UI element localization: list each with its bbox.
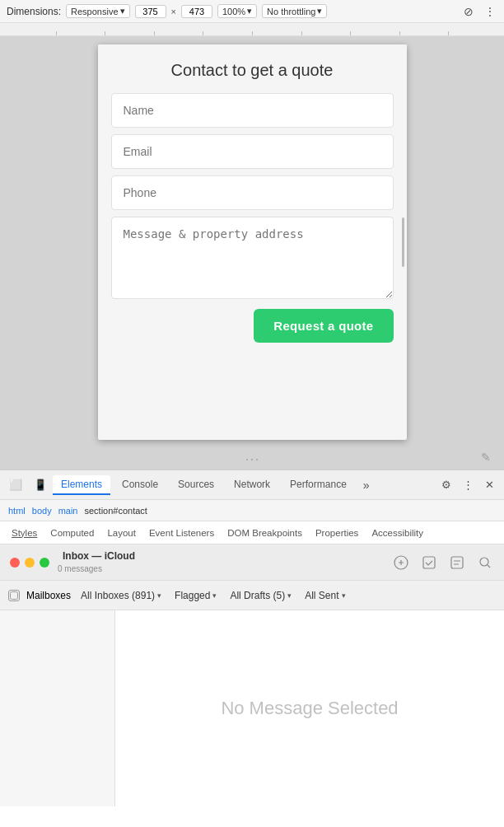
mail-move-icon[interactable] [448,554,466,572]
devtools-close-icon[interactable]: ✕ [481,477,497,493]
all-drafts-filter[interactable]: All Drafts (5) ▾ [226,588,295,603]
sub-tab-accessibility[interactable]: Accessibility [366,526,428,540]
traffic-lights [10,558,49,568]
svg-point-3 [480,558,488,566]
more-tabs-button[interactable]: » [358,475,375,495]
flagged-filter[interactable]: Flagged ▾ [171,588,220,603]
mailboxes-label: Mailboxes [26,590,71,601]
devtools-panel: ⬜ 📱 Elements Console Sources Network Per… [0,470,504,827]
breadcrumb-html[interactable]: html [7,506,27,516]
zoom-select[interactable]: 100% ▾ [217,4,257,18]
sub-tab-event-listeners[interactable]: Event Listeners [144,526,219,540]
svg-rect-2 [451,557,463,568]
breadcrumb-section[interactable]: section#contact [82,506,148,516]
ruler [0,23,504,36]
tab-console[interactable]: Console [114,475,166,495]
minimize-traffic-light[interactable] [25,558,35,568]
no-message-label: No Message Selected [221,698,398,719]
responsive-select[interactable]: Responsive ▾ [66,4,129,18]
form-title: Contact to get a quote [111,61,394,80]
device-toggle-icon[interactable]: 📱 [31,476,49,494]
mail-sidebar [0,610,115,806]
dimensions-label: Dimensions: [7,6,61,17]
breadcrumb-main[interactable]: main [57,506,80,516]
devtools-toolbar: Dimensions: Responsive ▾ × 100% ▾ No thr… [0,0,504,23]
mail-check-icon[interactable] [420,554,438,572]
tab-elements[interactable]: Elements [53,475,110,495]
sub-tab-properties[interactable]: Properties [310,526,363,540]
devtools-kebab-icon[interactable]: ⋮ [460,477,476,493]
sub-tabs-bar: Styles Computed Layout Event Listeners D… [0,521,504,544]
breadcrumb-body[interactable]: body [30,506,54,516]
sub-tab-layout[interactable]: Layout [102,526,141,540]
message-field[interactable] [111,217,394,299]
mail-filter-bar: Mailboxes All Inboxes (891) ▾ Flagged ▾ … [0,581,504,610]
tab-sources[interactable]: Sources [170,475,222,495]
throttle-select[interactable]: No throttling ▾ [262,4,327,18]
mail-toolbar: Inbox — iCloud 0 messages [0,544,504,581]
sub-tab-styles[interactable]: Styles [7,526,42,540]
tab-network[interactable]: Network [226,475,278,495]
sub-tab-computed[interactable]: Computed [45,526,99,540]
tab-performance[interactable]: Performance [282,475,355,495]
contact-form: Contact to get a quote Request a quote [98,44,407,359]
phone-field[interactable] [111,175,394,210]
mailboxes-checkbox[interactable] [8,590,20,601]
mail-content: No Message Selected [0,610,504,806]
svg-rect-1 [423,557,435,568]
email-field[interactable] [111,134,394,169]
inspect-element-icon[interactable]: ⬜ [7,476,25,494]
mail-app-subtitle: 0 messages [58,563,135,574]
sub-tab-dom-breakpoints[interactable]: DOM Breakpoints [222,526,307,540]
preview-frame: Contact to get a quote Request a quote [98,44,407,440]
mail-compose-icon[interactable] [392,554,410,572]
mail-action-icons [392,554,494,572]
all-inboxes-filter[interactable]: All Inboxes (891) ▾ [77,588,165,603]
scrollbar [402,217,404,267]
preview-area: Contact to get a quote Request a quote [0,36,504,448]
close-traffic-light[interactable] [10,558,20,568]
svg-rect-4 [11,591,18,599]
resize-handle[interactable]: ⋯ ✎ [0,448,504,470]
mail-search-icon[interactable] [476,554,494,572]
x-separator: × [171,7,176,16]
more-options-icon[interactable]: ⋮ [483,4,497,19]
fullscreen-traffic-light[interactable] [40,558,49,568]
mail-main: No Message Selected [115,610,504,806]
mail-app-title: Inbox — iCloud [63,550,135,563]
width-input[interactable] [135,5,166,18]
devtools-settings-group: ⚙ ⋮ ✕ [438,477,497,493]
rotate-icon[interactable]: ⊘ [461,4,476,19]
devtools-settings-icon[interactable]: ⚙ [438,477,455,493]
name-field[interactable] [111,93,394,128]
devtools-tab-bar: ⬜ 📱 Elements Console Sources Network Per… [0,470,504,500]
mail-app: Inbox — iCloud 0 messages [0,544,504,806]
breadcrumb-bar: html body main section#contact [0,500,504,521]
pencil-icon[interactable]: ✎ [481,451,491,463]
request-quote-button[interactable]: Request a quote [254,309,393,343]
devtools-header-icons: ⬜ 📱 [7,476,49,494]
height-input[interactable] [181,5,212,18]
all-sent-filter[interactable]: All Sent ▾ [301,588,348,603]
